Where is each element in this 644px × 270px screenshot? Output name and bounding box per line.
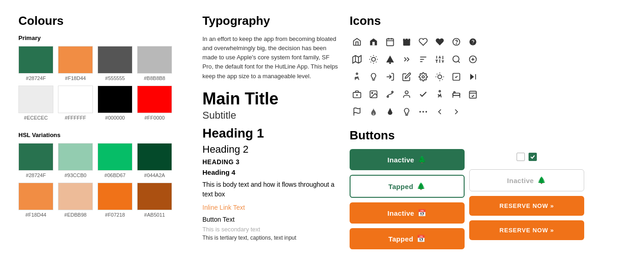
hsl-bright-orange — [98, 183, 132, 210]
svg-point-9 — [456, 44, 457, 44]
hsl-swatch-medium-orange: #F18D44 — [18, 183, 53, 218]
hsl-medium-orange-label: #F18D44 — [25, 212, 46, 218]
inactive-orange-filled-button[interactable]: Inactive 📅 — [350, 202, 465, 224]
svg-point-11 — [472, 44, 473, 44]
water-drop-icon — [383, 104, 397, 119]
main-title-demo: Main Title — [202, 89, 340, 109]
search-icon — [449, 52, 464, 67]
login-icon — [383, 69, 397, 84]
swatch-FF0000: #FF0000 — [137, 86, 172, 121]
svg-line-22 — [371, 62, 371, 62]
checkboxes-row — [469, 149, 584, 165]
hsl-swatch-dark-green: #28724F — [18, 143, 53, 178]
icons-section: Icons — [350, 14, 626, 119]
swatch-green-label: #28724F — [26, 75, 46, 81]
swatch-white-label: #FFFFFF — [65, 115, 86, 121]
reserve-1-label: RESERVE NOW » — [500, 202, 554, 209]
svg-marker-54 — [470, 74, 474, 80]
heading1-demo: Heading 1 — [202, 126, 340, 141]
tree-btn-icon: 🌲 — [418, 155, 426, 164]
secondary-text-demo: This is secondary text — [202, 226, 340, 233]
ellipsis-icon — [416, 104, 431, 119]
gear-icon — [416, 69, 431, 84]
buttons-left-col: Inactive 🌲 Tapped 🌲 Inactive 📅 Tapped 📅 — [350, 149, 465, 249]
swatch-orange-label: #F18D44 — [65, 75, 86, 81]
inactive-orange-label: Inactive — [387, 209, 414, 217]
tree-btn-icon3: 🌲 — [537, 176, 546, 184]
svg-point-15 — [372, 57, 375, 61]
person-icon — [399, 87, 414, 102]
hsl-light-green-label: #93CCB0 — [64, 172, 86, 178]
swatch-dark-gray — [98, 46, 132, 74]
swatch-F18D44: #F18D44 — [58, 46, 93, 81]
inline-link-demo[interactable]: Inline Link Text — [202, 204, 340, 211]
suitcase-icon — [350, 87, 364, 102]
hsl-dark-orange — [137, 183, 172, 210]
flag-icon — [350, 104, 364, 119]
svg-point-10 — [470, 39, 477, 46]
hsl-swatch-very-dark-green: #044A2A — [137, 143, 172, 178]
swatch-light-gray-label: #B8B8B8 — [144, 75, 165, 81]
swatch-red — [137, 86, 172, 113]
button-text-demo: Button Text — [202, 216, 340, 223]
hsl-section: HSL Variations #28724F #93CCB0 #06BD67 #… — [18, 132, 193, 218]
tapped-green-outline-button[interactable]: Tapped 🌲 — [350, 175, 465, 198]
colours-title: Colours — [18, 14, 193, 28]
sort-icon — [416, 52, 431, 67]
house-icon — [350, 34, 364, 49]
inactive-green-label: Inactive — [387, 156, 414, 164]
inactive-gray-outline-button[interactable]: Inactive 🌲 — [469, 169, 584, 191]
hsl-swatch-pale-orange: #EDBB98 — [58, 183, 93, 218]
svg-point-71 — [420, 111, 421, 112]
svg-point-45 — [422, 76, 425, 78]
svg-point-73 — [426, 111, 427, 112]
calendar-filled-icon — [399, 34, 414, 49]
icons-grid — [350, 34, 626, 119]
inactive-green-filled-button[interactable]: Inactive 🌲 — [350, 149, 465, 170]
brightness-icon — [432, 69, 447, 84]
hsl-light-green — [58, 143, 93, 171]
chevron-left-icon — [432, 104, 447, 119]
heart-outline-icon — [416, 34, 431, 49]
calendar-outline-icon — [383, 34, 397, 49]
map-icon — [350, 52, 364, 67]
hiker2-icon — [432, 87, 447, 102]
hsl-medium-orange — [18, 183, 53, 210]
hiker-icon — [350, 69, 364, 84]
hsl-very-dark-green — [137, 143, 172, 171]
swatch-dark-gray-label: #555555 — [105, 75, 125, 81]
primary-label: Primary — [18, 34, 193, 41]
checkbox-icon — [449, 69, 464, 84]
checkbox-unchecked[interactable] — [517, 153, 525, 161]
svg-point-43 — [356, 73, 357, 75]
svg-rect-0 — [387, 39, 394, 46]
pencil-icon — [399, 69, 414, 84]
svg-line-23 — [376, 57, 376, 57]
hsl-very-dark-green-label: #044A2A — [144, 172, 165, 178]
buttons-title: Buttons — [350, 128, 626, 143]
lightbulb2-icon — [399, 104, 414, 119]
reserve-2-label: RESERVE NOW » — [500, 227, 554, 234]
svg-line-18 — [371, 57, 371, 57]
swatch-red-label: #FF0000 — [144, 115, 165, 121]
body-text-demo: This is body text and how it flows throu… — [202, 180, 340, 199]
hsl-pale-orange-label: #EDBB98 — [64, 212, 86, 218]
tapped-orange-button[interactable]: Tapped 📅 — [350, 228, 465, 249]
reserve-now-button-2[interactable]: RESERVE NOW » — [469, 220, 584, 240]
forward-step-icon — [466, 69, 480, 84]
route-icon — [383, 87, 397, 102]
hsl-dark-green-label: #28724F — [26, 172, 46, 178]
chevrons-right-icon — [399, 52, 414, 67]
hsl-swatch-bright-green: #06BD67 — [98, 143, 132, 178]
swatch-000000: #000000 — [98, 86, 132, 121]
reserve-now-button-1[interactable]: RESERVE NOW » — [469, 196, 584, 216]
swatch-white — [58, 86, 93, 113]
heading4-demo: Heading 4 — [202, 168, 340, 176]
heading3-demo: HEADING 3 — [202, 158, 340, 166]
hsl-label: HSL Variations — [18, 132, 193, 138]
hsl-dark-green — [18, 143, 53, 171]
svg-point-38 — [453, 56, 459, 62]
svg-marker-24 — [386, 56, 394, 63]
checkbox-checked[interactable] — [529, 153, 537, 161]
hsl-bright-green-label: #06BD67 — [104, 172, 126, 178]
